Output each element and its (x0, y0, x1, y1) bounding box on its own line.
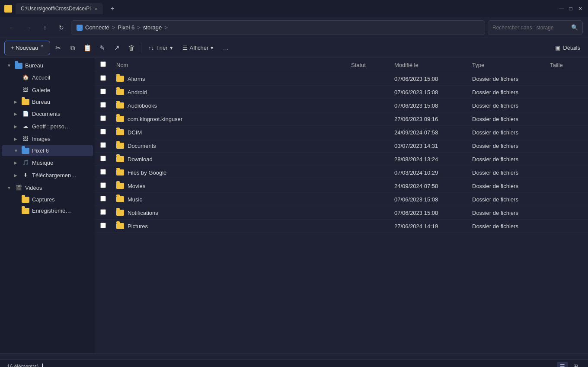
table-row[interactable]: Music 07/06/2023 15:08 Dossier de fichie… (95, 193, 588, 206)
folder-icon (15, 63, 22, 69)
close-button[interactable]: ✕ (577, 5, 584, 12)
row-size (545, 193, 588, 206)
table-row[interactable]: Alarms 07/06/2023 15:08 Dossier de fichi… (95, 72, 588, 86)
row-select-checkbox[interactable] (100, 89, 106, 94)
row-select-checkbox[interactable] (100, 75, 106, 81)
list-view-button[interactable]: ☰ (557, 362, 568, 367)
documents-icon: 📄 (22, 110, 29, 118)
row-checkbox[interactable] (95, 99, 111, 112)
row-select-checkbox[interactable] (100, 156, 106, 161)
header-nom[interactable]: Nom (111, 58, 346, 72)
new-button[interactable]: + Nouveau ˅ (4, 41, 50, 55)
sidebar-item-telechargement[interactable]: ⬇ Téléchargemen… (2, 169, 93, 181)
table-row[interactable]: Documents 03/07/2023 14:31 Dossier de fi… (95, 139, 588, 153)
row-type: Dossier de fichiers (467, 179, 545, 193)
sidebar-item-galerie[interactable]: 🖼 Galerie (2, 84, 93, 96)
row-modified: 07/03/2024 10:29 (389, 166, 467, 179)
delete-button[interactable]: 🗑 (125, 41, 138, 55)
sidebar-item-bureau[interactable]: Bureau (2, 96, 93, 107)
sidebar-item-pixel6[interactable]: Pixel 6 (2, 145, 93, 156)
row-modified: 07/06/2023 15:08 (389, 86, 467, 99)
sidebar-item-musique[interactable]: 🎵 Musique (2, 156, 93, 169)
row-type: Dossier de fichiers (467, 112, 545, 126)
table-row[interactable]: Audiobooks 07/06/2023 15:08 Dossier de f… (95, 99, 588, 112)
table-row[interactable]: Download 28/08/2024 13:24 Dossier de fic… (95, 153, 588, 166)
file-list-container[interactable]: Nom Statut Modifié le Type Taille (95, 58, 588, 353)
row-select-checkbox[interactable] (100, 129, 106, 134)
sidebar-item-geoff[interactable]: ☁ Geoff : perso… (2, 120, 93, 132)
row-name: DCIM (111, 126, 346, 139)
minimize-button[interactable]: — (558, 5, 565, 12)
row-select-checkbox[interactable] (100, 209, 106, 215)
table-row[interactable]: Android 07/06/2023 15:08 Dossier de fich… (95, 86, 588, 99)
row-checkbox[interactable] (95, 193, 111, 206)
rename-button[interactable]: ✎ (95, 41, 109, 55)
table-row[interactable]: Files by Google 07/03/2024 10:29 Dossier… (95, 166, 588, 179)
file-name: Alarms (128, 76, 145, 82)
table-row[interactable]: Pictures 27/06/2024 14:19 Dossier de fic… (95, 220, 588, 233)
row-select-checkbox[interactable] (100, 115, 106, 121)
row-checkbox[interactable] (95, 112, 111, 126)
horizontal-scrollbar[interactable] (0, 353, 588, 359)
row-checkbox[interactable] (95, 166, 111, 179)
paste-button[interactable]: 📋 (80, 41, 94, 55)
sidebar-item-enregistrements[interactable]: Enregistreme… (2, 205, 93, 216)
row-checkbox[interactable] (95, 179, 111, 193)
row-select-checkbox[interactable] (100, 169, 106, 175)
table-row[interactable]: com.kingroot.kinguser 27/06/2023 09:16 D… (95, 112, 588, 126)
search-input[interactable] (492, 25, 569, 31)
row-name: Documents (111, 139, 346, 153)
row-checkbox[interactable] (95, 139, 111, 153)
row-checkbox[interactable] (95, 86, 111, 99)
new-tab-button[interactable]: + (106, 3, 118, 15)
row-checkbox[interactable] (95, 220, 111, 233)
row-select-checkbox[interactable] (100, 223, 106, 228)
header-checkbox[interactable] (95, 58, 111, 72)
row-checkbox[interactable] (95, 72, 111, 86)
header-type[interactable]: Type (467, 58, 545, 72)
row-checkbox[interactable] (95, 153, 111, 166)
header-statut[interactable]: Statut (346, 58, 389, 72)
sidebar-item-label: Galerie (32, 87, 50, 93)
search-bar[interactable]: 🔍 (488, 20, 583, 35)
tab-close-button[interactable]: ✕ (94, 6, 98, 11)
row-type: Dossier de fichiers (467, 99, 545, 112)
forward-button[interactable]: → (22, 21, 35, 35)
grid-view-button[interactable]: ⊞ (570, 362, 581, 367)
table-row[interactable]: Notifications 07/06/2023 15:08 Dossier d… (95, 206, 588, 220)
row-select-checkbox[interactable] (100, 182, 106, 188)
sidebar-item-images[interactable]: 🖼 Images (2, 133, 93, 145)
cut-button[interactable]: ✂ (51, 41, 65, 55)
sidebar-item-bureau-top[interactable]: Bureau (2, 60, 93, 71)
row-checkbox[interactable] (95, 126, 111, 139)
header-modified[interactable]: Modifié le (389, 58, 467, 72)
sidebar-item-accueil[interactable]: 🏠 Accueil (2, 71, 93, 83)
share-button[interactable]: ↗ (110, 41, 124, 55)
details-button[interactable]: ▣ Détails (552, 43, 584, 53)
row-select-checkbox[interactable] (100, 196, 106, 201)
row-checkbox[interactable] (95, 206, 111, 220)
copy-button[interactable]: ⧉ (66, 41, 80, 55)
tab-active[interactable]: C:\Users\geoff\CrossDevice\Pi ✕ (16, 3, 103, 14)
up-button[interactable]: ↑ (38, 21, 52, 35)
row-modified: 07/06/2023 15:08 (389, 99, 467, 112)
sidebar-item-captures[interactable]: Captures (2, 194, 93, 205)
chevron-down-icon (7, 63, 12, 68)
header-size[interactable]: Taille (545, 58, 588, 72)
address-bar[interactable]: Connecté > Pixel 6 > storage > (71, 20, 485, 35)
row-select-checkbox[interactable] (100, 102, 106, 108)
more-button[interactable]: ... (219, 41, 233, 55)
sidebar-item-videos[interactable]: 🎬 Vidéos (2, 182, 93, 194)
table-row[interactable]: Movies 24/09/2024 07:58 Dossier de fichi… (95, 179, 588, 193)
row-select-checkbox[interactable] (100, 142, 106, 148)
sidebar-item-documents[interactable]: 📄 Documents (2, 108, 93, 120)
back-button[interactable]: ← (5, 21, 19, 35)
refresh-button[interactable]: ↻ (54, 21, 68, 35)
file-name: Movies (128, 183, 145, 189)
sort-button[interactable]: ↑↓ Trier ▾ (144, 41, 177, 55)
view-button[interactable]: ☰ Afficher ▾ (178, 41, 218, 55)
table-row[interactable]: DCIM 24/09/2024 07:58 Dossier de fichier… (95, 126, 588, 139)
sidebar-item-label: Téléchargemen… (32, 172, 77, 179)
select-all-checkbox[interactable] (100, 61, 106, 67)
maximize-button[interactable]: □ (567, 5, 574, 12)
